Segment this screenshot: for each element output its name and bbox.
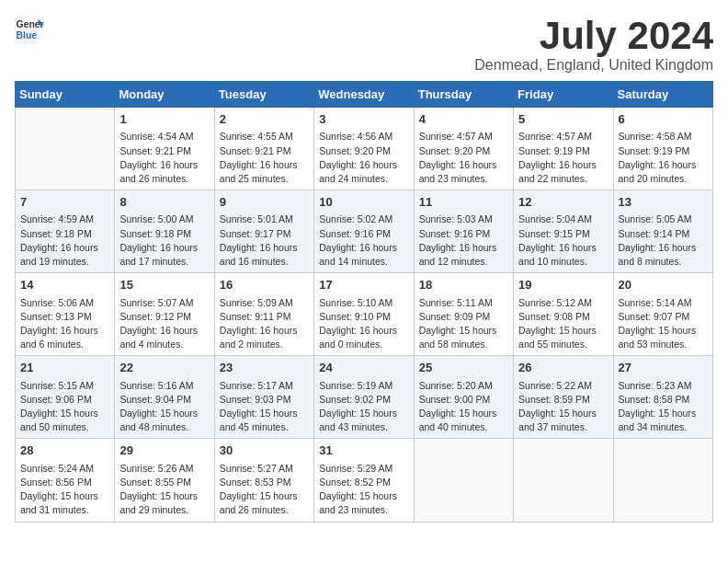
day-number: 2 [220,111,309,128]
day-info: Sunrise: 4:58 AMSunset: 9:19 PMDaylight:… [619,130,708,186]
day-number: 16 [220,277,309,293]
calendar-cell [16,108,115,190]
day-info: Sunrise: 4:56 AMSunset: 9:20 PMDaylight:… [319,130,408,186]
day-info: Sunrise: 4:55 AMSunset: 9:21 PMDaylight:… [220,130,309,186]
header-row: Sunday Monday Tuesday Wednesday Thursday… [16,82,713,108]
calendar-cell: 19Sunrise: 5:12 AMSunset: 9:08 PMDayligh… [514,273,613,356]
day-number: 23 [220,360,309,376]
day-info: Sunrise: 5:19 AMSunset: 9:02 PMDaylight:… [319,379,408,435]
week-row-4: 28Sunrise: 5:24 AMSunset: 8:56 PMDayligh… [16,439,713,522]
calendar-cell: 6Sunrise: 4:58 AMSunset: 9:19 PMDaylight… [613,108,712,190]
day-number: 20 [619,277,708,293]
title-area: July 2024 Denmead, England, United Kingd… [474,15,713,74]
day-number: 10 [319,194,408,211]
day-info: Sunrise: 5:07 AMSunset: 9:12 PMDaylight:… [119,296,209,352]
calendar-table: Sunday Monday Tuesday Wednesday Thursday… [15,81,713,522]
header: General Blue July 2024 Denmead, England,… [15,15,713,74]
week-row-3: 21Sunrise: 5:15 AMSunset: 9:06 PMDayligh… [16,356,713,439]
day-info: Sunrise: 5:20 AMSunset: 9:00 PMDaylight:… [419,379,508,435]
day-info: Sunrise: 5:06 AMSunset: 9:13 PMDaylight:… [20,296,109,352]
calendar-cell: 18Sunrise: 5:11 AMSunset: 9:09 PMDayligh… [414,273,513,356]
calendar-cell: 28Sunrise: 5:24 AMSunset: 8:56 PMDayligh… [16,439,115,522]
calendar-cell: 5Sunrise: 4:57 AMSunset: 9:19 PMDaylight… [514,108,613,190]
day-info: Sunrise: 5:10 AMSunset: 9:10 PMDaylight:… [319,296,408,352]
day-number: 17 [319,277,408,293]
logo-icon: General Blue [15,15,44,44]
day-number: 11 [419,194,508,211]
col-sunday: Sunday [16,82,115,108]
day-number: 22 [119,360,209,376]
day-info: Sunrise: 5:04 AMSunset: 9:15 PMDaylight:… [518,213,608,269]
calendar-cell [514,439,613,522]
day-info: Sunrise: 5:02 AMSunset: 9:16 PMDaylight:… [319,213,408,269]
day-number: 14 [20,277,109,293]
col-wednesday: Wednesday [314,82,414,108]
day-info: Sunrise: 5:12 AMSunset: 9:08 PMDaylight:… [518,296,608,352]
day-info: Sunrise: 4:54 AMSunset: 9:21 PMDaylight:… [119,130,209,186]
day-number: 13 [619,194,708,211]
calendar-cell: 14Sunrise: 5:06 AMSunset: 9:13 PMDayligh… [16,273,115,356]
calendar-cell: 21Sunrise: 5:15 AMSunset: 9:06 PMDayligh… [16,356,115,439]
calendar-cell: 8Sunrise: 5:00 AMSunset: 9:18 PMDaylight… [115,190,214,273]
calendar-cell: 10Sunrise: 5:02 AMSunset: 9:16 PMDayligh… [314,190,414,273]
calendar-cell: 4Sunrise: 4:57 AMSunset: 9:20 PMDaylight… [414,108,513,190]
day-number: 19 [518,277,608,293]
day-info: Sunrise: 5:14 AMSunset: 9:07 PMDaylight:… [619,296,708,352]
col-monday: Monday [115,82,214,108]
day-info: Sunrise: 4:57 AMSunset: 9:20 PMDaylight:… [419,130,508,186]
calendar-cell: 15Sunrise: 5:07 AMSunset: 9:12 PMDayligh… [115,273,214,356]
week-row-1: 7Sunrise: 4:59 AMSunset: 9:18 PMDaylight… [16,190,713,273]
calendar-cell: 13Sunrise: 5:05 AMSunset: 9:14 PMDayligh… [613,190,712,273]
day-number: 5 [518,111,608,128]
day-info: Sunrise: 5:09 AMSunset: 9:11 PMDaylight:… [220,296,309,352]
day-info: Sunrise: 5:05 AMSunset: 9:14 PMDaylight:… [619,213,708,269]
day-number: 7 [20,194,109,211]
day-number: 29 [119,442,209,459]
day-number: 9 [220,194,309,211]
day-number: 30 [220,442,309,459]
day-info: Sunrise: 5:11 AMSunset: 9:09 PMDaylight:… [419,296,508,352]
day-info: Sunrise: 4:59 AMSunset: 9:18 PMDaylight:… [20,213,109,269]
week-row-0: 1Sunrise: 4:54 AMSunset: 9:21 PMDaylight… [16,108,713,190]
day-info: Sunrise: 5:24 AMSunset: 8:56 PMDaylight:… [20,462,109,518]
day-info: Sunrise: 5:22 AMSunset: 8:59 PMDaylight:… [518,379,608,435]
day-info: Sunrise: 5:23 AMSunset: 8:58 PMDaylight:… [619,379,708,435]
day-info: Sunrise: 4:57 AMSunset: 9:19 PMDaylight:… [518,130,608,186]
calendar-cell: 17Sunrise: 5:10 AMSunset: 9:10 PMDayligh… [314,273,414,356]
month-title: July 2024 [474,15,713,57]
calendar-cell: 1Sunrise: 4:54 AMSunset: 9:21 PMDaylight… [115,108,214,190]
calendar-cell [414,439,513,522]
day-number: 18 [419,277,508,293]
calendar-cell: 25Sunrise: 5:20 AMSunset: 9:00 PMDayligh… [414,356,513,439]
calendar-cell: 11Sunrise: 5:03 AMSunset: 9:16 PMDayligh… [414,190,513,273]
day-info: Sunrise: 5:15 AMSunset: 9:06 PMDaylight:… [20,379,109,435]
day-number: 4 [419,111,508,128]
day-info: Sunrise: 5:17 AMSunset: 9:03 PMDaylight:… [220,379,309,435]
calendar-cell: 20Sunrise: 5:14 AMSunset: 9:07 PMDayligh… [613,273,712,356]
col-saturday: Saturday [613,82,712,108]
day-number: 26 [518,360,608,376]
day-number: 24 [319,360,408,376]
day-number: 12 [518,194,608,211]
col-tuesday: Tuesday [214,82,313,108]
day-number: 25 [419,360,508,376]
col-thursday: Thursday [414,82,513,108]
calendar-cell: 30Sunrise: 5:27 AMSunset: 8:53 PMDayligh… [214,439,313,522]
day-info: Sunrise: 5:26 AMSunset: 8:55 PMDaylight:… [119,462,209,518]
col-friday: Friday [514,82,613,108]
calendar-cell: 3Sunrise: 4:56 AMSunset: 9:20 PMDaylight… [314,108,414,190]
calendar-cell: 24Sunrise: 5:19 AMSunset: 9:02 PMDayligh… [314,356,414,439]
calendar-cell: 26Sunrise: 5:22 AMSunset: 8:59 PMDayligh… [514,356,613,439]
calendar-cell: 12Sunrise: 5:04 AMSunset: 9:15 PMDayligh… [514,190,613,273]
calendar-cell: 27Sunrise: 5:23 AMSunset: 8:58 PMDayligh… [613,356,712,439]
day-info: Sunrise: 5:00 AMSunset: 9:18 PMDaylight:… [119,213,209,269]
location-title: Denmead, England, United Kingdom [474,57,713,74]
day-info: Sunrise: 5:29 AMSunset: 8:52 PMDaylight:… [319,462,408,518]
day-info: Sunrise: 5:01 AMSunset: 9:17 PMDaylight:… [220,213,309,269]
day-number: 3 [319,111,408,128]
day-info: Sunrise: 5:03 AMSunset: 9:16 PMDaylight:… [419,213,508,269]
calendar-cell: 31Sunrise: 5:29 AMSunset: 8:52 PMDayligh… [314,439,414,522]
day-number: 27 [619,360,708,376]
day-number: 6 [619,111,708,128]
day-number: 21 [20,360,109,376]
